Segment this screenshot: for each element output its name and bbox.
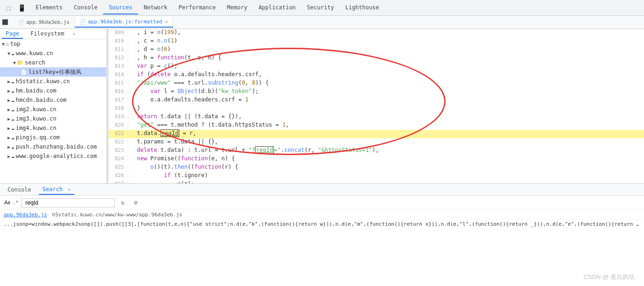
- file-tab-close-icon[interactable]: ✕: [165, 19, 168, 24]
- file-icon-list: 📄: [21, 69, 27, 75]
- cloud-icon-pingjs: ☁: [11, 135, 15, 141]
- sidebar-item-hm-baidu[interactable]: ▶ ☁ hm.baidu.com: [0, 86, 106, 95]
- cloud-icon-img2: ☁: [11, 107, 15, 113]
- inspect-icon[interactable]: ⬚: [2, 1, 15, 14]
- tree-arrow-img2: ▶: [7, 107, 10, 112]
- search-refresh-icon[interactable]: ↻: [117, 198, 128, 208]
- sidebar-item-hmcdn[interactable]: ▶ ☁ hmcdn.baidu.com: [0, 95, 106, 105]
- sidebar-item-top-label: top: [10, 41, 21, 47]
- file-tab-label: app.96da3eb.js: [26, 19, 70, 25]
- code-line-817: 817 o.a.defaults.headers.csrf = 1: [109, 96, 644, 105]
- tree-arrow-push: ▶: [7, 144, 10, 150]
- search-result-code: ...jsonp=window.webpackJsonp([]).push([[…: [0, 220, 644, 229]
- tab-sources[interactable]: Sources: [103, 1, 138, 14]
- code-line-813: 813 var p = c();: [109, 63, 644, 71]
- sidebar-item-google[interactable]: ▶ ☁ www.google-analytics.com: [0, 151, 106, 161]
- code-panel[interactable]: 809 , i = n(199), 810 , c = n.n(1) 811 ,…: [109, 29, 644, 183]
- bottom-tab-search[interactable]: Search ✕: [39, 185, 75, 195]
- sidebar-label-google: www.google-analytics.com: [16, 153, 97, 159]
- sidebar-label-search: search: [25, 59, 45, 66]
- search-clear-icon[interactable]: ⊘: [131, 198, 141, 208]
- tree-arrow-img4: ▶: [7, 126, 10, 131]
- tab-application[interactable]: Application: [253, 1, 301, 14]
- sidebar-item-top[interactable]: ▼ ☐ top: [0, 39, 106, 49]
- file-tab-icon: 📄: [18, 19, 24, 25]
- bottom-panels: Console Search ✕ Aa .* ↻ ⊘ app.96da3eb.j…: [0, 183, 644, 249]
- sidebar-panel: Page Filesystem » ▼ ☐ top ▼ ☁ www.kuwo.c…: [0, 29, 107, 183]
- cloud-icon-google: ☁: [11, 153, 15, 159]
- sidebar-more-icon[interactable]: »: [73, 31, 75, 36]
- search-result-file-row: app.96da3eb.js h5static.kuwo.cn/www/kw-w…: [0, 210, 644, 220]
- sidebar-item-list[interactable]: 📄 list?key=任事随风: [0, 67, 106, 77]
- file-tab-formatted-label: app.96da3eb.js:formatted: [88, 19, 162, 25]
- cloud-icon-kuwo: ☁: [11, 50, 15, 57]
- sidebar-item-img4[interactable]: ▶ ☁ img4.kuwo.cn: [0, 123, 106, 133]
- tree-arrow-google: ▶: [7, 154, 10, 159]
- tree-arrow-top: ▼: [2, 42, 5, 47]
- bottom-search-input[interactable]: [21, 198, 115, 207]
- sidebar-label-img2: img2.kuwo.cn: [16, 106, 57, 113]
- tree-arrow-hm: ▶: [7, 88, 10, 93]
- sidebar-label-hmcdn: hmcdn.baidu.com: [16, 97, 66, 103]
- devtools-icons: ⬚ 📱: [2, 1, 28, 14]
- folder-icon-search: 📁: [17, 60, 23, 66]
- sidebar-item-kuwo[interactable]: ▼ ☁ www.kuwo.cn: [0, 49, 106, 58]
- tree-arrow-h5static: ▶: [7, 79, 10, 84]
- tab-memory[interactable]: Memory: [221, 1, 253, 14]
- sidebar-item-img2[interactable]: ▶ ☁ img2.kuwo.cn: [0, 105, 106, 114]
- bottom-tab-bar: Console Search ✕: [0, 184, 644, 196]
- tab-console[interactable]: Console: [68, 1, 103, 14]
- tree-arrow-img3: ▶: [7, 116, 10, 122]
- code-line-822: 822 t.params = t.data || {},: [109, 138, 644, 147]
- code-line-823: 823 delete t.data) : t.url = t.url + "?r…: [109, 147, 644, 155]
- code-line-812: 812 , h = function(t, s, n) {: [109, 54, 644, 63]
- bottom-search-row: Aa .* ↻ ⊘: [0, 196, 644, 210]
- sidebar-item-push[interactable]: ▶ ☁ push.zhanzhang.baidu.com: [0, 142, 106, 151]
- dot-regex-label: .*: [13, 200, 18, 205]
- cloud-icon-hm: ☁: [11, 88, 15, 94]
- sidebar-label-img3: img3.kuwo.cn: [16, 115, 57, 122]
- sidebar-label-list: list?key=任事随风: [29, 68, 81, 76]
- code-line-816: 816 var l = Object(d.b)("kw_token");: [109, 88, 644, 96]
- file-tab-formatted-icon: 📄: [80, 19, 86, 25]
- devtools-tab-bar: ⬚ 📱 Elements Console Sources Network Per…: [0, 0, 644, 16]
- code-area: 809 , i = n(199), 810 , c = n.n(1) 811 ,…: [109, 29, 644, 183]
- sidebar-item-search[interactable]: ▼ 📁 search: [0, 58, 106, 67]
- device-icon[interactable]: 📱: [15, 1, 28, 14]
- tab-elements[interactable]: Elements: [30, 1, 68, 14]
- bottom-tab-search-close[interactable]: ✕: [68, 187, 71, 192]
- file-tab-formatted[interactable]: 📄 app.96da3eb.js:formatted ✕: [75, 17, 173, 28]
- checkbox-icon: ☐: [6, 41, 9, 47]
- code-line-821: 821 t.data.reqId = r,: [109, 130, 644, 138]
- code-line-820: 820 "get" === t.method ? (t.data.httpsSt…: [109, 122, 644, 130]
- cloud-icon-h5static: ☁: [11, 79, 15, 85]
- sidebar-item-h5static[interactable]: ▶ ☁ h5static.kuwo.cn: [0, 77, 106, 86]
- sidebar-tab-filesystem[interactable]: Filesystem: [27, 29, 68, 39]
- tree-arrow-kuwo: ▼: [7, 51, 10, 56]
- sidebar-label-push: push.zhanzhang.baidu.com: [16, 143, 97, 150]
- code-line-810: 810 , c = n.n(1): [109, 37, 644, 46]
- search-result-url: h5static.kuwo.cn/www/kw-www/app.96da3eb.…: [52, 212, 182, 218]
- tab-network[interactable]: Network: [138, 1, 173, 14]
- tree-arrow-hmcdn: ▶: [7, 98, 10, 103]
- sidebar-item-img3[interactable]: ▶ ☁ img3.kuwo.cn: [0, 114, 106, 123]
- main-layout: Page Filesystem » ▼ ☐ top ▼ ☁ www.kuwo.c…: [0, 29, 644, 183]
- sidebar-label-pingjs: pingjs.qq.com: [16, 134, 60, 141]
- tab-security[interactable]: Security: [301, 1, 340, 14]
- tree-arrow-pingjs: ▶: [7, 135, 10, 140]
- tree-arrow-search: ▼: [13, 60, 16, 65]
- file-tab-minified[interactable]: 📄 app.96da3eb.js: [13, 17, 75, 27]
- sidebar-label-h5static: h5static.kuwo.cn: [16, 78, 70, 85]
- bottom-tab-console[interactable]: Console: [4, 185, 35, 194]
- cloud-icon-hmcdn: ☁: [11, 97, 15, 103]
- sidebar-item-pingjs[interactable]: ▶ ☁ pingjs.qq.com: [0, 133, 106, 142]
- tab-performance[interactable]: Performance: [173, 1, 221, 14]
- search-result-filename[interactable]: app.96da3eb.js: [4, 212, 47, 218]
- code-line-815: 815 "/api/www" === t.url.substring(0, 8)…: [109, 79, 644, 88]
- sidebar-tab-page[interactable]: Page: [2, 29, 23, 39]
- tab-lighthouse[interactable]: Lighthouse: [340, 1, 385, 14]
- sources-nav-icon[interactable]: ⬛: [2, 19, 11, 25]
- code-line-827: 827 e(r);: [109, 180, 644, 183]
- code-line-818: 818 }: [109, 105, 644, 113]
- code-line-811: 811 , d = n(6): [109, 46, 644, 54]
